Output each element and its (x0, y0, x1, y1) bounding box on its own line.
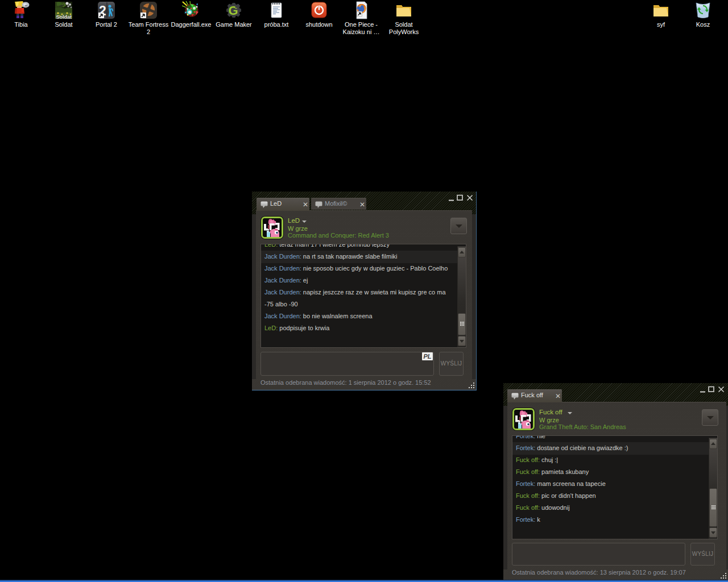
svg-text:G: G (229, 3, 238, 18)
svg-text:Soldat: Soldat (56, 14, 72, 19)
